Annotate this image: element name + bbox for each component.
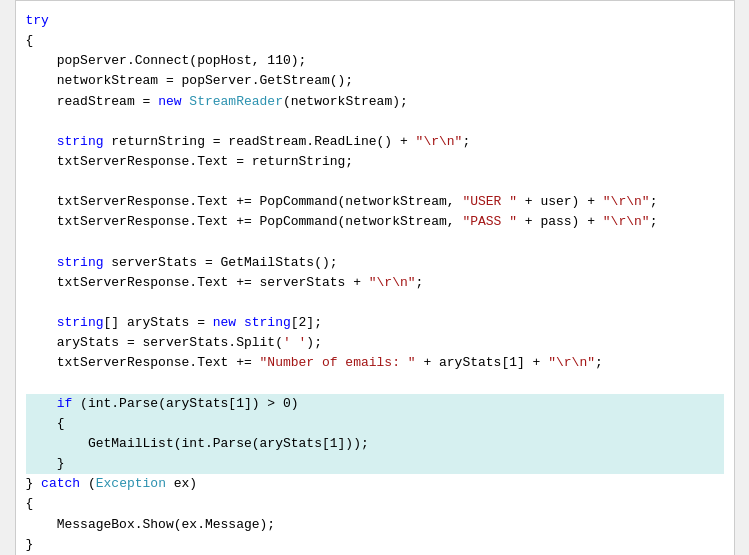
str-token: "PASS " — [462, 212, 517, 232]
code-line: { — [26, 494, 724, 514]
plain-token: ; — [650, 212, 658, 232]
plain-token: + user) + — [517, 192, 603, 212]
code-line: aryStats = serverStats.Split(' '); — [26, 333, 724, 353]
code-line: readStream = new StreamReader(networkStr… — [26, 92, 724, 112]
kw-token: new — [213, 313, 236, 333]
str-token: "USER " — [462, 192, 517, 212]
code-line: txtServerResponse.Text += serverStats + … — [26, 273, 724, 293]
code-line: } — [26, 454, 724, 474]
plain-token: ); — [306, 333, 322, 353]
kw-token: string — [244, 313, 291, 333]
str-token: "\r\n" — [603, 212, 650, 232]
code-line — [26, 112, 724, 132]
code-editor: try{ popServer.Connect(popHost, 110); ne… — [15, 0, 735, 555]
plain-token: { — [26, 494, 34, 514]
code-block: try{ popServer.Connect(popHost, 110); ne… — [16, 11, 734, 555]
code-line: } catch (Exception ex) — [26, 474, 724, 494]
plain-token: ( — [80, 474, 96, 494]
code-line: networkStream = popServer.GetStream(); — [26, 71, 724, 91]
code-line: txtServerResponse.Text += PopCommand(net… — [26, 192, 724, 212]
plain-token: } — [26, 474, 42, 494]
kw-token: string — [26, 132, 104, 152]
code-line: txtServerResponse.Text += PopCommand(net… — [26, 212, 724, 232]
plain-token: ; — [462, 132, 470, 152]
kw-token: try — [26, 11, 49, 31]
code-line: } — [26, 535, 724, 555]
code-line: txtServerResponse.Text = returnString; — [26, 152, 724, 172]
plain-token: txtServerResponse.Text += PopCommand(net… — [26, 192, 463, 212]
code-line: txtServerResponse.Text += "Number of ema… — [26, 353, 724, 373]
plain-token — [236, 313, 244, 333]
plain-token — [182, 92, 190, 112]
code-line — [26, 233, 724, 253]
plain-token: serverStats = GetMailStats(); — [104, 253, 338, 273]
kw-token: string — [26, 313, 104, 333]
type-token: StreamReader — [189, 92, 283, 112]
code-line: string serverStats = GetMailStats(); — [26, 253, 724, 273]
code-line: if (int.Parse(aryStats[1]) > 0) — [26, 394, 724, 414]
plain-token: (int.Parse(aryStats[1]) > 0) — [72, 394, 298, 414]
plain-token: MessageBox.Show(ex.Message); — [26, 515, 276, 535]
kw-token: string — [26, 253, 104, 273]
plain-token: ex) — [166, 474, 197, 494]
plain-token: { — [26, 414, 65, 434]
code-line: try — [26, 11, 724, 31]
code-line: MessageBox.Show(ex.Message); — [26, 515, 724, 535]
code-line: popServer.Connect(popHost, 110); — [26, 51, 724, 71]
str-token: "\r\n" — [603, 192, 650, 212]
str-token: "\r\n" — [548, 353, 595, 373]
str-token: "Number of emails: " — [260, 353, 416, 373]
plain-token: { — [26, 31, 34, 51]
plain-token: } — [26, 454, 65, 474]
plain-token: readStream = — [26, 92, 159, 112]
str-token: "\r\n" — [416, 132, 463, 152]
code-line: { — [26, 31, 724, 51]
plain-token: ; — [416, 273, 424, 293]
str-token: "\r\n" — [369, 273, 416, 293]
plain-token: popServer.Connect(popHost, 110); — [26, 51, 307, 71]
plain-token: ; — [650, 192, 658, 212]
code-line — [26, 172, 724, 192]
plain-token: networkStream = popServer.GetStream(); — [26, 71, 354, 91]
plain-token: + pass) + — [517, 212, 603, 232]
plain-token: ; — [595, 353, 603, 373]
code-line — [26, 374, 724, 394]
plain-token: GetMailList(int.Parse(aryStats[1])); — [26, 434, 369, 454]
plain-token: aryStats = serverStats.Split( — [26, 333, 283, 353]
kw-token: catch — [41, 474, 80, 494]
plain-token: } — [26, 535, 34, 555]
code-line: GetMailList(int.Parse(aryStats[1])); — [26, 434, 724, 454]
plain-token: [] aryStats = — [104, 313, 213, 333]
kw-token: if — [26, 394, 73, 414]
code-line: string returnString = readStream.ReadLin… — [26, 132, 724, 152]
plain-token: txtServerResponse.Text += PopCommand(net… — [26, 212, 463, 232]
plain-token: returnString = readStream.ReadLine() + — [104, 132, 416, 152]
plain-token: txtServerResponse.Text = returnString; — [26, 152, 354, 172]
type-token: Exception — [96, 474, 166, 494]
str-token: ' ' — [283, 333, 306, 353]
plain-token: txtServerResponse.Text += serverStats + — [26, 273, 369, 293]
plain-token: [2]; — [291, 313, 322, 333]
plain-token: + aryStats[1] + — [416, 353, 549, 373]
code-line: string[] aryStats = new string[2]; — [26, 313, 724, 333]
plain-token: txtServerResponse.Text += — [26, 353, 260, 373]
kw-token: new — [158, 92, 181, 112]
code-line: { — [26, 414, 724, 434]
plain-token: (networkStream); — [283, 92, 408, 112]
code-line — [26, 293, 724, 313]
